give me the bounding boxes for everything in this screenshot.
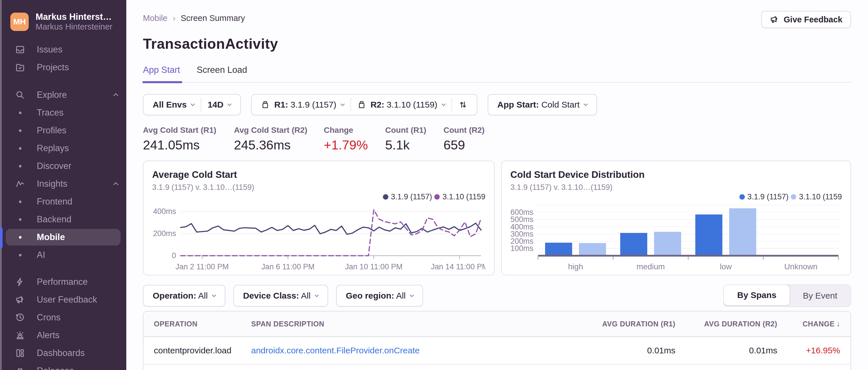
col-avg-duration-r2[interactable]: AVG DURATION (R2) [675,311,777,337]
chart-title: Cold Start Device Distribution [510,169,842,180]
env-period-filter: All Envs 14D [143,94,241,115]
tab-app-start[interactable]: App Start [143,65,180,82]
chart-subtitle: 3.1.9 (1157) v. 3.1.10…(1159) [152,183,485,192]
col-operation[interactable]: OPERATION [144,311,251,337]
chevron-right-icon: › [173,13,175,23]
operation-filter[interactable]: Operation: All [143,285,225,307]
release-2-select[interactable]: R2: 3.1.10 (1159) [351,95,452,115]
svg-text:Jan 14 11:00 PM: Jan 14 11:00 PM [431,263,485,271]
period-select[interactable]: 14D [201,95,237,115]
bullet-icon [15,254,25,257]
spans-event-toggle: By Spans By Event [723,284,851,307]
release-compare-filter: R1: 3.1.9 (1157) R2: 3.1.10 (1159) [251,94,477,115]
sidebar-item-backend[interactable]: Backend [0,210,126,228]
sidebar-nav: Issues Projects Explore Traces Profiles … [0,41,126,370]
cell-operation: contentprovider.load [144,337,251,364]
releases-stack-icon [15,366,25,370]
sidebar-item-ai[interactable]: AI [0,246,126,264]
sidebar-item-replays[interactable]: Replays [0,139,126,157]
span-filter-bar: Operation: All Device Class: All Geo reg… [143,284,851,307]
chevron-down-icon [340,102,345,106]
lightning-icon [15,277,25,287]
user-display-name: Markus Hinterst… [36,12,113,22]
col-span-description[interactable]: SPAN DESCRIPTION [251,311,574,337]
line-chart[interactable]: 400ms200ms0Jan 2 11:00 PMJan 6 11:00 PMJ… [152,202,485,273]
sidebar-item-performance[interactable]: Performance [0,273,126,291]
release-1-select[interactable]: R1: 3.1.9 (1157) [255,95,350,115]
bullet-icon [15,147,25,150]
summary-stats: Avg Cold Start (R1) 241.05ms Avg Cold St… [143,126,851,153]
stat-change: Change +1.79% [324,126,385,153]
chevron-down-icon [584,102,588,106]
chart-legend: 3.1.9 (1157) 3.1.10 (1159 [510,193,842,201]
environment-select[interactable]: All Envs [146,95,200,115]
sort-desc-icon: ↓ [836,320,840,328]
chart-subtitle: 3.1.9 (1157) v. 3.1.10…(1159) [510,183,842,192]
stat-avg-cold-start-r2: Avg Cold Start (R2) 245.36ms [234,126,324,153]
swap-releases-button[interactable] [452,95,474,115]
inbox-icon [15,45,25,55]
col-change[interactable]: CHANGE↓ [777,311,850,337]
sidebar-item-crons[interactable]: Crons [0,309,126,327]
table-header-row: OPERATION SPAN DESCRIPTION AVG DURATION … [144,311,850,337]
bullet-icon [15,236,25,239]
sidebar-item-frontend[interactable]: Frontend [0,193,126,210]
swap-arrows-icon [458,100,468,109]
siren-icon [15,330,25,340]
dashboard-grid-icon [15,348,25,358]
release-icon [261,100,270,109]
give-feedback-button[interactable]: Give Feedback [761,11,851,28]
megaphone-icon [770,15,779,24]
sidebar: MH Markus Hinterst… Markus Hintersteiner… [0,0,126,370]
svg-text:Jan 6 11:00 PM: Jan 6 11:00 PM [261,263,315,271]
legend-dot [383,194,389,200]
cell-avg-r2: 0.01ms [675,337,777,364]
filter-bar: All Envs 14D R1: 3.1.9 (1157) R2: 3.1.10… [143,94,851,115]
waveform-icon [15,179,25,189]
chevron-down-icon [191,102,195,106]
sidebar-item-insights[interactable]: Insights [0,175,126,193]
sidebar-item-profiles[interactable]: Profiles [0,122,126,139]
cell-span-description-link[interactable]: androidx.core.content.FileProvider.onCre… [251,337,574,364]
legend-dot [791,194,796,200]
app-start-type-select[interactable]: App Start: Cold Start [491,95,594,115]
legend-dot [434,194,440,200]
active-item-edge-indicator [0,227,3,248]
stat-count-r1: Count (R1) 5.1k [385,126,443,153]
device-distribution-chart-panel: Cold Start Device Distribution 3.1.9 (11… [501,161,851,275]
megaphone-icon [15,295,25,305]
geo-region-filter[interactable]: Geo region: All [336,285,423,307]
svg-text:high: high [568,262,583,271]
sidebar-item-issues[interactable]: Issues [0,41,126,59]
toggle-by-event[interactable]: By Event [789,285,850,306]
bar-chart[interactable]: 100ms200ms300ms400ms500ms600mshighmedium… [510,202,842,273]
sidebar-item-alerts[interactable]: Alerts [0,327,126,344]
avg-cold-start-chart-panel: Average Cold Start 3.1.9 (1157) v. 3.1.1… [143,161,495,275]
page-title: TransactionActivity [143,36,851,52]
svg-text:200ms: 200ms [153,229,176,238]
table-row: contentprovider.load androidx.core.conte… [144,337,850,364]
spans-table: OPERATION SPAN DESCRIPTION AVG DURATION … [143,311,851,370]
cell-change: +16.95% [777,337,850,364]
device-class-filter[interactable]: Device Class: All [234,285,328,307]
sidebar-item-dashboards[interactable]: Dashboards [0,344,126,362]
org-user-switcher[interactable]: MH Markus Hinterst… Markus Hintersteiner [0,0,126,32]
sidebar-item-traces[interactable]: Traces [0,104,126,122]
sidebar-item-explore[interactable]: Explore [0,86,126,104]
user-subtitle: Markus Hintersteiner [36,22,113,32]
sidebar-item-user-feedback[interactable]: User Feedback [0,291,126,309]
sidebar-item-discover[interactable]: Discover [0,157,126,175]
sidebar-scrollbar[interactable] [0,0,2,370]
sidebar-item-mobile[interactable]: Mobile [0,228,126,246]
legend-dot [739,194,745,200]
svg-text:Jan 10 11:00 PM: Jan 10 11:00 PM [345,263,402,271]
bullet-icon [15,129,25,132]
tab-screen-load[interactable]: Screen Load [197,65,247,82]
sidebar-item-projects[interactable]: Projects [0,59,126,76]
sidebar-item-releases[interactable]: Releases [0,362,126,370]
toggle-by-spans[interactable]: By Spans [723,284,790,306]
bullet-icon [15,165,25,168]
chevron-down-icon [315,293,319,297]
col-avg-duration-r1[interactable]: AVG DURATION (R1) [574,311,675,337]
breadcrumb-mobile[interactable]: Mobile [143,13,167,23]
